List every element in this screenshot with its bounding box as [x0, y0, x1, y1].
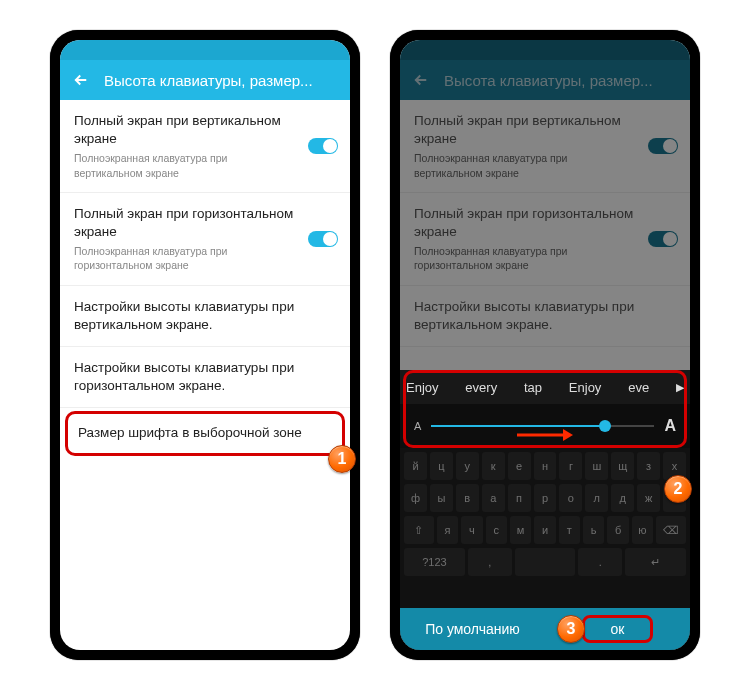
keyboard-key[interactable]: т: [559, 516, 580, 544]
keyboard-key[interactable]: ч: [461, 516, 482, 544]
keyboard-key[interactable]: е: [508, 452, 531, 480]
keyboard-key[interactable]: к: [482, 452, 505, 480]
chevron-right-icon[interactable]: ▶: [676, 381, 684, 394]
keyboard-key[interactable]: ф: [404, 484, 427, 512]
status-bar: [400, 40, 690, 60]
annotation-arrow-icon: [515, 427, 575, 443]
keyboard-key[interactable]: ↵: [625, 548, 686, 576]
keyboard-key[interactable]: м: [510, 516, 531, 544]
keyboard-key[interactable]: ⇧: [404, 516, 434, 544]
keyboard-key[interactable]: в: [456, 484, 479, 512]
keyboard-key[interactable]: .: [578, 548, 622, 576]
keyboard-key[interactable]: д: [611, 484, 634, 512]
keyboard-key[interactable]: ц: [430, 452, 453, 480]
suggestion-word[interactable]: eve: [628, 380, 649, 395]
back-icon[interactable]: [412, 71, 430, 89]
suggestion-word[interactable]: tap: [524, 380, 542, 395]
keyboard-key[interactable]: ш: [585, 452, 608, 480]
suggestion-bar[interactable]: Enjoy every tap Enjoy eve ▶: [400, 370, 690, 404]
setting-title: Настройки высоты клавиатуры при вертикал…: [414, 298, 676, 334]
toggle-switch: [648, 138, 678, 154]
toggle-switch[interactable]: [308, 138, 338, 154]
setting-title: Полный экран при горизонтальном экране: [74, 205, 336, 241]
keyboard-keys: йцукенгшщзх фывапролджэ ⇧ячсмитьбю⌫ ?123…: [400, 448, 690, 576]
toggle-switch[interactable]: [308, 231, 338, 247]
setting-fullscreen-vertical[interactable]: Полный экран при вертикальном экране Пол…: [60, 100, 350, 193]
keyboard-key[interactable]: с: [486, 516, 507, 544]
keyboard-key[interactable]: н: [534, 452, 557, 480]
phone-left: Высота клавиатуры, размер... Полный экра…: [50, 30, 360, 660]
setting-fullscreen-horizontal: Полный экран при горизонтальном экране П…: [400, 193, 690, 286]
setting-title: Настройки высоты клавиатуры при вертикал…: [74, 298, 336, 334]
setting-height-vertical[interactable]: Настройки высоты клавиатуры при вертикал…: [60, 286, 350, 347]
annotation-highlight-ok: ок: [582, 615, 654, 643]
suggestion-word[interactable]: Enjoy: [569, 380, 602, 395]
annotation-badge-1: 1: [328, 445, 356, 473]
page-title: Высота клавиатуры, размер...: [104, 72, 313, 89]
title-bar: Высота клавиатуры, размер...: [60, 60, 350, 100]
keyboard-key[interactable]: л: [585, 484, 608, 512]
keyboard-key[interactable]: ,: [468, 548, 512, 576]
slider-max-label: A: [664, 417, 676, 435]
keyboard-key[interactable]: [515, 548, 576, 576]
back-icon[interactable]: [72, 71, 90, 89]
keyboard-key[interactable]: у: [456, 452, 479, 480]
phone-right: Высота клавиатуры, размер... Полный экра…: [390, 30, 700, 660]
page-title: Высота клавиатуры, размер...: [444, 72, 653, 89]
setting-font-size-highlighted[interactable]: Размер шрифта в выборочной зоне: [65, 411, 345, 455]
toggle-switch: [648, 231, 678, 247]
default-button[interactable]: По умолчанию: [400, 608, 545, 650]
screen-right: Высота клавиатуры, размер... Полный экра…: [400, 40, 690, 650]
font-size-slider-row: A A: [400, 404, 690, 448]
setting-title: Полный экран при горизонтальном экране: [414, 205, 676, 241]
keyboard-key[interactable]: ?123: [404, 548, 465, 576]
keyboard-key[interactable]: я: [437, 516, 458, 544]
setting-title: Настройки высоты клавиатуры при горизонт…: [74, 359, 336, 395]
keyboard-key[interactable]: щ: [611, 452, 634, 480]
annotation-badge-2: 2: [664, 475, 692, 503]
screen-left: Высота клавиатуры, размер... Полный экра…: [60, 40, 350, 650]
keyboard-key[interactable]: ы: [430, 484, 453, 512]
setting-title: Полный экран при вертикальном экране: [414, 112, 676, 148]
annotation-badge-3: 3: [557, 615, 585, 643]
slider-thumb[interactable]: [599, 420, 611, 432]
setting-title: Полный экран при вертикальном экране: [74, 112, 336, 148]
keyboard-key[interactable]: б: [607, 516, 628, 544]
suggestion-word[interactable]: every: [465, 380, 497, 395]
title-bar: Высота клавиатуры, размер...: [400, 60, 690, 100]
keyboard-key[interactable]: а: [482, 484, 505, 512]
keyboard-key[interactable]: г: [559, 452, 582, 480]
setting-height-horizontal[interactable]: Настройки высоты клавиатуры при горизонт…: [60, 347, 350, 408]
keyboard-key[interactable]: и: [534, 516, 555, 544]
keyboard-key[interactable]: й: [404, 452, 427, 480]
keyboard-key[interactable]: ь: [583, 516, 604, 544]
status-bar: [60, 40, 350, 60]
setting-height-vertical: Настройки высоты клавиатуры при вертикал…: [400, 286, 690, 347]
setting-title: Размер шрифта в выборочной зоне: [78, 424, 332, 442]
setting-subtitle: Полноэкранная клавуатура при вертикально…: [74, 151, 336, 179]
slider-min-label: A: [414, 420, 421, 432]
action-bar: По умолчанию ок: [400, 608, 690, 650]
keyboard-key[interactable]: ⌫: [656, 516, 686, 544]
keyboard-key[interactable]: ж: [637, 484, 660, 512]
keyboard-key[interactable]: р: [534, 484, 557, 512]
keyboard-key[interactable]: ю: [632, 516, 653, 544]
setting-fullscreen-horizontal[interactable]: Полный экран при горизонтальном экране П…: [60, 193, 350, 286]
setting-subtitle: Полноэкранная клавуатура при вертикально…: [414, 151, 676, 179]
suggestion-word[interactable]: Enjoy: [406, 380, 439, 395]
setting-fullscreen-vertical: Полный экран при вертикальном экране Пол…: [400, 100, 690, 193]
keyboard-key[interactable]: з: [637, 452, 660, 480]
keyboard-area: Enjoy every tap Enjoy eve ▶ A A: [400, 370, 690, 650]
keyboard-key[interactable]: о: [559, 484, 582, 512]
setting-subtitle: Полноэкранная клавуатура при горизонталь…: [414, 244, 676, 272]
keyboard-key[interactable]: п: [508, 484, 531, 512]
setting-subtitle: Полноэкранная клавуатура при горизонталь…: [74, 244, 336, 272]
